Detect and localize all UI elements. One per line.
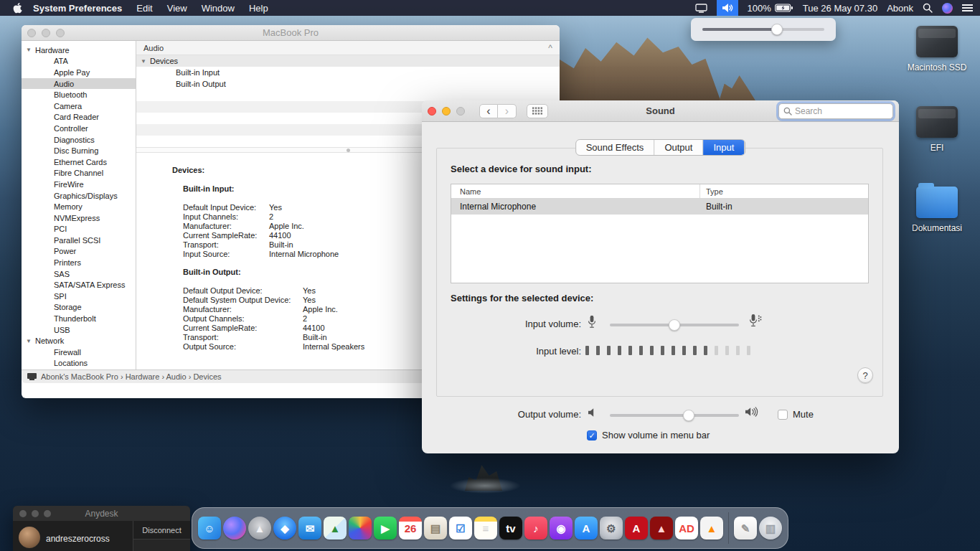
sidebar-item-Hardware[interactable]: ▼ Hardware xyxy=(22,44,136,56)
sidebar-item-Volumes[interactable]: Volumes xyxy=(22,369,136,369)
column-header-type[interactable]: Type xyxy=(700,184,868,198)
volume-slider[interactable] xyxy=(702,28,824,31)
show-volume-checkbox[interactable]: ✓ xyxy=(587,430,597,441)
sidebar-item-Controller[interactable]: Controller xyxy=(22,123,136,134)
sidebar-item-SATA/SATA Express[interactable]: SATA/SATA Express xyxy=(22,279,136,291)
battery-status[interactable]: 100% xyxy=(748,3,793,14)
dock-icon-trash[interactable]: ▥ xyxy=(759,517,782,540)
tree-row-Built-in Input[interactable]: Built-in Input xyxy=(136,67,560,78)
dock-icon-mail[interactable]: ✉ xyxy=(298,517,321,540)
mute-checkbox[interactable] xyxy=(778,410,788,420)
dock-icon-siri[interactable] xyxy=(223,517,246,540)
close-button[interactable] xyxy=(428,107,436,116)
zoom-button[interactable] xyxy=(456,107,465,116)
sidebar-item-Disc Burning[interactable]: Disc Burning xyxy=(22,145,136,156)
audio-section-header[interactable]: Audio ^ xyxy=(136,41,560,55)
sidebar-item-Firewall[interactable]: Firewall xyxy=(22,347,136,358)
volume-icon-image[interactable] xyxy=(916,187,958,218)
sidebar-item-Card Reader[interactable]: Card Reader xyxy=(22,112,136,123)
dock-icon-music[interactable]: ♪ xyxy=(524,517,547,540)
dock-icon-divider[interactable] xyxy=(728,512,729,544)
sidebar-item-Audio[interactable]: Audio xyxy=(22,78,136,90)
sidebar-item-Fibre Channel[interactable]: Fibre Channel xyxy=(22,168,136,179)
dock-icon-acrobat[interactable]: A xyxy=(625,517,648,540)
notification-center-icon[interactable] xyxy=(962,4,973,11)
volume-icon-image[interactable] xyxy=(916,26,958,57)
screen-mirroring-icon[interactable] xyxy=(695,4,707,13)
forward-button[interactable]: › xyxy=(498,104,517,118)
column-header-name[interactable]: Name xyxy=(451,184,700,198)
sidebar-item-Network[interactable]: ▼ Network xyxy=(22,335,136,347)
sidebar-item-Camera[interactable]: Camera xyxy=(22,100,136,112)
sidebar-item-ATA[interactable]: ATA xyxy=(22,56,136,67)
sidebar-item-FireWire[interactable]: FireWire xyxy=(22,179,136,190)
tree-row-Devices[interactable]: ▼ Devices xyxy=(136,55,560,67)
menu-Edit[interactable]: Edit xyxy=(136,3,152,14)
dock-icon-contacts[interactable]: ▤ xyxy=(424,517,447,540)
dock-icon-notes[interactable]: ≡ xyxy=(474,517,497,540)
sidebar-item-USB[interactable]: USB xyxy=(22,324,136,336)
table-row-selected[interactable]: Internal Microphone Built-in xyxy=(451,199,868,215)
close-button[interactable] xyxy=(27,29,36,37)
dock-icon-anydesk[interactable]: AD xyxy=(675,517,698,540)
dock-icon-calendar[interactable]: 26 xyxy=(399,517,422,540)
dock-icon-textedit[interactable]: ✎ xyxy=(734,517,757,540)
dock-icon-system-preferences[interactable]: ⚙ xyxy=(600,517,623,540)
minimize-button[interactable] xyxy=(32,510,39,517)
minimize-button[interactable] xyxy=(442,107,451,116)
sidebar-item-Parallel SCSI[interactable]: Parallel SCSI xyxy=(22,235,136,246)
search-input[interactable] xyxy=(795,106,881,116)
tab-Output[interactable]: Output xyxy=(654,140,703,155)
collapse-chevron-icon[interactable]: ^ xyxy=(548,43,552,53)
show-all-button[interactable] xyxy=(527,104,548,118)
fast-user-switch[interactable]: Abonk xyxy=(887,3,913,14)
sidebar-item-PCI[interactable]: PCI xyxy=(22,224,136,235)
dock-icon-adobe[interactable]: ▲ xyxy=(650,517,673,540)
sidebar-item-SPI[interactable]: SPI xyxy=(22,291,136,302)
sidebar-item-Printers[interactable]: Printers xyxy=(22,257,136,268)
menu-Window[interactable]: Window xyxy=(202,3,235,14)
zoom-button[interactable] xyxy=(56,29,65,37)
dock-icon-reminders[interactable]: ☑ xyxy=(449,517,472,540)
desktop-icon-EFI[interactable]: EFI xyxy=(903,106,971,153)
volume-icon-image[interactable] xyxy=(916,106,958,138)
menu-Help[interactable]: Help xyxy=(249,3,268,14)
anydesk-title-bar[interactable]: Anydesk xyxy=(13,506,190,521)
dock-icon-facetime[interactable]: ▶ xyxy=(374,517,397,540)
sidebar-item-Diagnostics[interactable]: Diagnostics xyxy=(22,134,136,146)
dock-icon-vlc[interactable]: ▲ xyxy=(700,517,723,540)
disconnect-button[interactable]: Disconnect xyxy=(133,521,190,540)
close-button[interactable] xyxy=(19,510,27,517)
volume-menu-icon[interactable] xyxy=(717,0,738,16)
dock-icon-photos[interactable] xyxy=(349,517,372,540)
tab-Sound Effects[interactable]: Sound Effects xyxy=(576,140,655,155)
sidebar-item-Memory[interactable]: Memory xyxy=(22,201,136,212)
desktop-icon-Dokumentasi[interactable]: Dokumentasi xyxy=(903,187,971,233)
menu-System Preferences[interactable]: System Preferences xyxy=(33,3,122,14)
sidebar-item-Graphics/Displays[interactable]: Graphics/Displays xyxy=(22,190,136,202)
sidebar-item-Storage[interactable]: Storage xyxy=(22,302,136,314)
slider-track[interactable] xyxy=(610,414,739,417)
table-header[interactable]: Name Type xyxy=(451,184,868,199)
sysinfo-title-bar[interactable]: MacBook Pro xyxy=(22,25,560,41)
sidebar-item-Bluetooth[interactable]: Bluetooth xyxy=(22,89,136,100)
menu-bar-clock[interactable]: Tue 26 May 07.30 xyxy=(803,3,877,14)
desktop-icon-Macintosh SSD[interactable]: Macintosh SSD xyxy=(903,26,971,72)
slider-knob[interactable] xyxy=(683,410,694,421)
dock-icon-launchpad[interactable]: ▲ xyxy=(248,517,271,540)
sidebar-item-Ethernet Cards[interactable]: Ethernet Cards xyxy=(22,156,136,168)
sidebar-item-Locations[interactable]: Locations xyxy=(22,358,136,369)
sidebar-item-Thunderbolt[interactable]: Thunderbolt xyxy=(22,313,136,324)
sidebar-item-Apple Pay[interactable]: Apple Pay xyxy=(22,67,136,78)
apple-menu-icon[interactable] xyxy=(13,2,23,14)
minimize-button[interactable] xyxy=(42,29,50,37)
tree-row-Built-in Output[interactable]: Built-in Output xyxy=(136,78,560,90)
back-button[interactable]: ‹ xyxy=(479,104,498,118)
output-volume-slider[interactable] xyxy=(610,410,739,421)
sidebar-item-Power[interactable]: Power xyxy=(22,246,136,258)
anydesk-secondary-button[interactable] xyxy=(133,540,190,551)
menu-View[interactable]: View xyxy=(167,3,187,14)
sound-toolbar[interactable]: ‹ › Sound xyxy=(422,100,899,122)
sidebar-item-SAS[interactable]: SAS xyxy=(22,268,136,280)
volume-slider-knob[interactable] xyxy=(771,24,783,35)
